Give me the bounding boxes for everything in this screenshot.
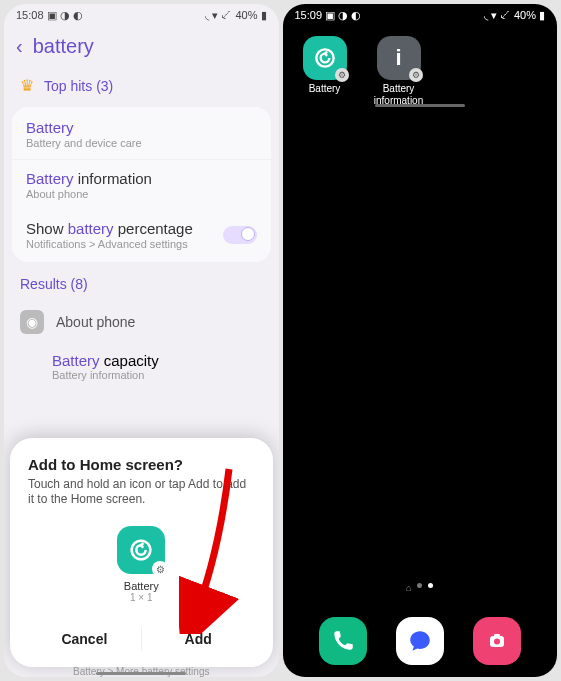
status-notif-icon: ▣ ◑ ◐ — [325, 9, 361, 22]
preview-label: Battery — [124, 580, 159, 592]
dialog-preview[interactable]: ⚙ Battery 1 × 1 — [28, 526, 255, 619]
page-dot — [417, 583, 422, 588]
dialog-title: Add to Home screen? — [28, 456, 255, 473]
results-group-label: About phone — [56, 314, 135, 330]
search-header: ‹ ✕ ⋮ — [4, 26, 279, 66]
app-shortcut-battery-info[interactable]: i ⚙ Battery information — [371, 36, 427, 106]
home-apps-row: ⚙ Battery i ⚙ Battery information — [283, 26, 558, 106]
add-to-home-dialog: Add to Home screen? Touch and hold an ic… — [10, 438, 273, 667]
gear-badge-icon: ⚙ — [152, 561, 168, 577]
home-panel-icon: ⌂ — [406, 583, 411, 593]
status-time: 15:08 — [16, 9, 44, 21]
result-battery-information[interactable]: Battery information About phone — [12, 159, 271, 210]
dock-camera-app[interactable] — [473, 617, 521, 665]
results-group-about-phone[interactable]: ◉ About phone — [4, 300, 279, 344]
app-label: Battery information — [374, 83, 423, 106]
top-hits-card: Battery Battery and device care Battery … — [12, 107, 271, 262]
result-battery[interactable]: Battery Battery and device care — [12, 109, 271, 159]
status-time: 15:09 — [295, 9, 323, 21]
dock-messages-app[interactable] — [396, 617, 444, 665]
svg-point-3 — [494, 639, 500, 645]
nav-handle[interactable] — [375, 104, 465, 107]
page-dot-active — [428, 583, 433, 588]
top-hits-header: ♛ Top hits (3) — [4, 66, 279, 105]
app-label: Battery — [309, 83, 341, 95]
battery-info-app-icon: i ⚙ — [377, 36, 421, 80]
cancel-button[interactable]: Cancel — [28, 619, 141, 659]
result-battery-capacity[interactable]: Battery capacity Battery information — [4, 344, 279, 385]
status-wifi-icon: ◟ ▾ ⸔ — [484, 9, 511, 22]
status-bar: 15:09 ▣ ◑ ◐ ◟ ▾ ⸔ 40% ▮ — [283, 4, 558, 26]
battery-app-icon: ⚙ — [303, 36, 347, 80]
search-input[interactable] — [33, 35, 279, 58]
preview-size: 1 × 1 — [130, 592, 153, 603]
crown-icon: ♛ — [20, 76, 34, 95]
status-wifi-icon: ◟ ▾ ⸔ — [205, 9, 232, 22]
back-icon[interactable]: ‹ — [16, 35, 23, 58]
top-hits-label: Top hits (3) — [44, 78, 113, 94]
dock-phone-app[interactable] — [319, 617, 367, 665]
status-battery-pct: 40% — [514, 9, 536, 21]
app-shortcut-battery[interactable]: ⚙ Battery — [297, 36, 353, 106]
add-button[interactable]: Add — [142, 619, 255, 659]
battery-shortcut-icon: ⚙ — [117, 526, 165, 574]
result-show-battery-percentage[interactable]: Show battery percentage Notifications > … — [12, 210, 271, 260]
page-indicator[interactable]: ⌂ — [283, 583, 558, 593]
status-battery-icon: ▮ — [261, 9, 267, 22]
svg-point-1 — [316, 49, 333, 66]
status-battery-pct: 40% — [235, 9, 257, 21]
status-notif-icon: ▣ ◑ ◐ — [47, 9, 83, 22]
results-label: Results (8) — [4, 264, 279, 300]
settings-search-screen: 15:08 ▣ ◑ ◐ ◟ ▾ ⸔ 40% ▮ ‹ ✕ ⋮ ♛ Top hits… — [4, 4, 279, 677]
status-bar: 15:08 ▣ ◑ ◐ ◟ ▾ ⸔ 40% ▮ — [4, 4, 279, 26]
settings-group-icon: ◉ — [20, 310, 44, 334]
status-battery-icon: ▮ — [539, 9, 545, 22]
gear-badge-icon: ⚙ — [409, 68, 423, 82]
gear-badge-icon: ⚙ — [335, 68, 349, 82]
nav-handle[interactable] — [96, 672, 186, 675]
battery-percentage-toggle[interactable] — [223, 226, 257, 244]
svg-point-0 — [132, 541, 151, 560]
dialog-text: Touch and hold an icon or tap Add to add… — [28, 477, 255, 508]
home-screen: 15:09 ▣ ◑ ◐ ◟ ▾ ⸔ 40% ▮ ⚙ Battery i ⚙ Ba… — [283, 4, 558, 677]
svg-rect-4 — [494, 634, 500, 637]
occluded-result-text: Battery > More battery settings — [10, 664, 273, 677]
dock — [283, 617, 558, 665]
